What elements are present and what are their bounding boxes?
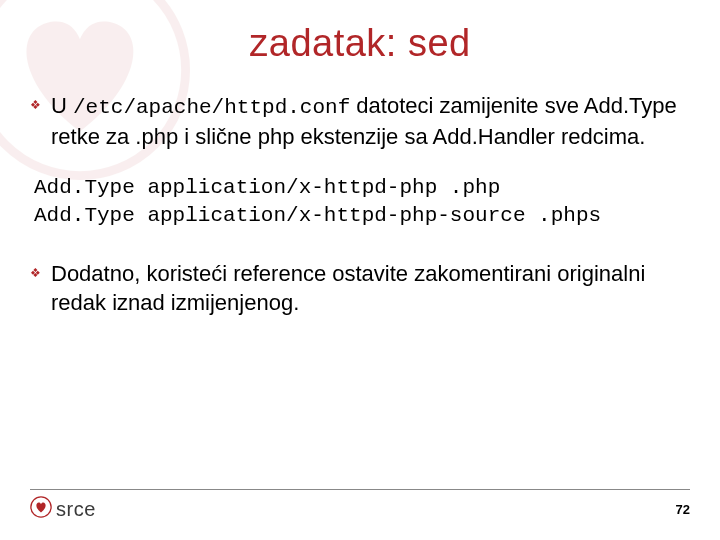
bullet-item: ❖ Dodatno, koristeći reference ostavite … [30, 259, 690, 318]
bullet-text: Dodatno, koristeći reference ostavite za… [51, 259, 690, 318]
bullet-text: U /etc/apache/httpd.conf datoteci zamije… [51, 91, 690, 152]
code-block: Add.Type application/x-httpd-php .php Ad… [34, 174, 690, 231]
diamond-bullet-icon: ❖ [30, 266, 41, 280]
bullet-item: ❖ U /etc/apache/httpd.conf datoteci zami… [30, 91, 690, 152]
diamond-bullet-icon: ❖ [30, 98, 41, 112]
slide-title: zadatak: sed [30, 22, 690, 65]
